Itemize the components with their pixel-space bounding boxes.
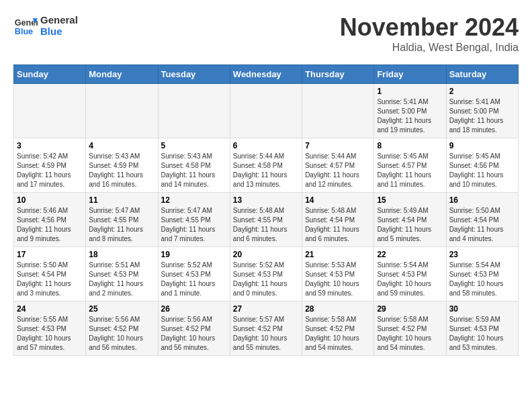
day-cell: 8Sunrise: 5:45 AMSunset: 4:57 PMDaylight… <box>374 138 446 193</box>
day-info: Sunrise: 5:43 AMSunset: 4:58 PMDaylight:… <box>161 152 227 189</box>
day-cell: 3Sunrise: 5:42 AMSunset: 4:59 PMDaylight… <box>14 138 86 193</box>
day-cell: 21Sunrise: 5:53 AMSunset: 4:53 PMDayligh… <box>302 247 374 302</box>
header-cell-thursday: Thursday <box>302 65 374 84</box>
day-info: Sunrise: 5:41 AMSunset: 5:00 PMDaylight:… <box>377 97 443 135</box>
day-info: Sunrise: 5:48 AMSunset: 4:54 PMDaylight:… <box>305 206 371 244</box>
day-cell <box>86 84 158 138</box>
day-number: 14 <box>305 195 371 205</box>
day-info: Sunrise: 5:47 AMSunset: 4:55 PMDaylight:… <box>161 206 227 244</box>
day-cell: 25Sunrise: 5:56 AMSunset: 4:52 PMDayligh… <box>86 302 158 356</box>
day-number: 3 <box>17 141 83 150</box>
day-info: Sunrise: 5:57 AMSunset: 4:52 PMDaylight:… <box>233 315 299 353</box>
day-cell: 16Sunrise: 5:50 AMSunset: 4:54 PMDayligh… <box>446 193 518 247</box>
calendar-body: 1Sunrise: 5:41 AMSunset: 5:00 PMDaylight… <box>14 84 519 356</box>
day-cell: 7Sunrise: 5:44 AMSunset: 4:57 PMDaylight… <box>302 138 374 193</box>
day-number: 9 <box>449 141 515 150</box>
day-cell: 24Sunrise: 5:55 AMSunset: 4:53 PMDayligh… <box>14 302 86 356</box>
day-info: Sunrise: 5:44 AMSunset: 4:58 PMDaylight:… <box>233 152 299 189</box>
day-number: 15 <box>377 195 443 205</box>
week-row-1: 3Sunrise: 5:42 AMSunset: 4:59 PMDaylight… <box>14 138 519 193</box>
day-cell <box>158 84 230 138</box>
day-number: 19 <box>161 250 227 259</box>
day-number: 26 <box>161 304 227 314</box>
day-cell <box>230 84 302 138</box>
logo-general: General <box>40 14 78 26</box>
header-cell-monday: Monday <box>86 65 158 84</box>
logo-blue: Blue <box>40 26 78 37</box>
week-row-3: 17Sunrise: 5:50 AMSunset: 4:54 PMDayligh… <box>14 247 519 302</box>
day-cell: 11Sunrise: 5:47 AMSunset: 4:55 PMDayligh… <box>86 193 158 247</box>
day-info: Sunrise: 5:46 AMSunset: 4:56 PMDaylight:… <box>17 206 83 244</box>
day-cell: 10Sunrise: 5:46 AMSunset: 4:56 PMDayligh… <box>14 193 86 247</box>
day-number: 25 <box>89 304 154 314</box>
header-row: SundayMondayTuesdayWednesdayThursdayFrid… <box>14 65 519 84</box>
day-cell: 12Sunrise: 5:47 AMSunset: 4:55 PMDayligh… <box>158 193 230 247</box>
day-info: Sunrise: 5:45 AMSunset: 4:57 PMDaylight:… <box>377 152 443 189</box>
day-info: Sunrise: 5:49 AMSunset: 4:54 PMDaylight:… <box>377 206 443 244</box>
day-info: Sunrise: 5:52 AMSunset: 4:53 PMDaylight:… <box>233 261 299 298</box>
day-info: Sunrise: 5:56 AMSunset: 4:52 PMDaylight:… <box>89 315 154 353</box>
day-cell: 28Sunrise: 5:58 AMSunset: 4:52 PMDayligh… <box>302 302 374 356</box>
day-info: Sunrise: 5:56 AMSunset: 4:52 PMDaylight:… <box>161 315 227 353</box>
day-cell: 23Sunrise: 5:54 AMSunset: 4:53 PMDayligh… <box>446 247 518 302</box>
day-info: Sunrise: 5:47 AMSunset: 4:55 PMDaylight:… <box>89 206 154 244</box>
day-cell: 15Sunrise: 5:49 AMSunset: 4:54 PMDayligh… <box>374 193 446 247</box>
day-cell: 4Sunrise: 5:43 AMSunset: 4:59 PMDaylight… <box>86 138 158 193</box>
day-number: 6 <box>233 141 299 150</box>
page-header: General Blue General Blue November 2024 … <box>13 13 519 54</box>
day-number: 29 <box>377 304 443 314</box>
day-cell: 27Sunrise: 5:57 AMSunset: 4:52 PMDayligh… <box>230 302 302 356</box>
month-title: November 2024 <box>340 13 519 42</box>
day-number: 16 <box>449 195 515 205</box>
day-number: 5 <box>161 141 227 150</box>
day-cell: 6Sunrise: 5:44 AMSunset: 4:58 PMDaylight… <box>230 138 302 193</box>
day-cell: 22Sunrise: 5:54 AMSunset: 4:53 PMDayligh… <box>374 247 446 302</box>
day-number: 30 <box>449 304 515 314</box>
day-number: 17 <box>17 250 83 259</box>
day-number: 20 <box>233 250 299 259</box>
day-cell: 26Sunrise: 5:56 AMSunset: 4:52 PMDayligh… <box>158 302 230 356</box>
calendar-header: SundayMondayTuesdayWednesdayThursdayFrid… <box>14 65 519 84</box>
day-cell: 30Sunrise: 5:59 AMSunset: 4:53 PMDayligh… <box>446 302 518 356</box>
day-info: Sunrise: 5:59 AMSunset: 4:53 PMDaylight:… <box>449 315 515 353</box>
header-cell-friday: Friday <box>374 65 446 84</box>
day-info: Sunrise: 5:58 AMSunset: 4:52 PMDaylight:… <box>305 315 371 353</box>
calendar-table: SundayMondayTuesdayWednesdayThursdayFrid… <box>13 64 519 356</box>
day-cell: 1Sunrise: 5:41 AMSunset: 5:00 PMDaylight… <box>374 84 446 138</box>
day-info: Sunrise: 5:50 AMSunset: 4:54 PMDaylight:… <box>17 261 83 298</box>
day-number: 12 <box>161 195 227 205</box>
day-info: Sunrise: 5:43 AMSunset: 4:59 PMDaylight:… <box>89 152 154 189</box>
day-info: Sunrise: 5:50 AMSunset: 4:54 PMDaylight:… <box>449 206 515 244</box>
day-number: 27 <box>233 304 299 314</box>
day-number: 10 <box>17 195 83 205</box>
svg-text:Blue: Blue <box>15 27 33 36</box>
day-number: 24 <box>17 304 83 314</box>
day-number: 13 <box>233 195 299 205</box>
day-cell: 17Sunrise: 5:50 AMSunset: 4:54 PMDayligh… <box>14 247 86 302</box>
day-info: Sunrise: 5:44 AMSunset: 4:57 PMDaylight:… <box>305 152 371 189</box>
day-number: 2 <box>449 87 515 96</box>
day-cell: 5Sunrise: 5:43 AMSunset: 4:58 PMDaylight… <box>158 138 230 193</box>
location: Haldia, West Bengal, India <box>340 42 519 54</box>
week-row-2: 10Sunrise: 5:46 AMSunset: 4:56 PMDayligh… <box>14 193 519 247</box>
day-cell: 29Sunrise: 5:58 AMSunset: 4:52 PMDayligh… <box>374 302 446 356</box>
day-info: Sunrise: 5:52 AMSunset: 4:53 PMDaylight:… <box>161 261 227 298</box>
day-info: Sunrise: 5:53 AMSunset: 4:53 PMDaylight:… <box>305 261 371 298</box>
header-cell-saturday: Saturday <box>446 65 518 84</box>
day-info: Sunrise: 5:42 AMSunset: 4:59 PMDaylight:… <box>17 152 83 189</box>
day-info: Sunrise: 5:51 AMSunset: 4:53 PMDaylight:… <box>89 261 154 298</box>
day-number: 8 <box>377 141 443 150</box>
day-cell: 13Sunrise: 5:48 AMSunset: 4:55 PMDayligh… <box>230 193 302 247</box>
week-row-4: 24Sunrise: 5:55 AMSunset: 4:53 PMDayligh… <box>14 302 519 356</box>
header-cell-wednesday: Wednesday <box>230 65 302 84</box>
day-number: 7 <box>305 141 371 150</box>
day-cell: 18Sunrise: 5:51 AMSunset: 4:53 PMDayligh… <box>86 247 158 302</box>
day-cell: 9Sunrise: 5:45 AMSunset: 4:56 PMDaylight… <box>446 138 518 193</box>
day-cell: 14Sunrise: 5:48 AMSunset: 4:54 PMDayligh… <box>302 193 374 247</box>
day-number: 4 <box>89 141 154 150</box>
day-info: Sunrise: 5:55 AMSunset: 4:53 PMDaylight:… <box>17 315 83 353</box>
header-cell-tuesday: Tuesday <box>158 65 230 84</box>
day-number: 1 <box>377 87 443 96</box>
day-number: 22 <box>377 250 443 259</box>
logo-icon: General Blue <box>13 13 38 38</box>
